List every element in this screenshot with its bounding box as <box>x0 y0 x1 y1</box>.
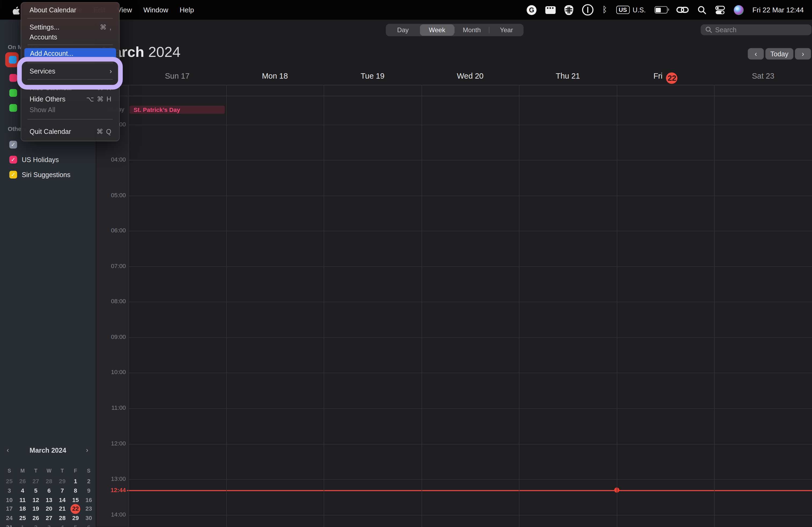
day-header-wed[interactable]: Wed 20 <box>429 71 512 80</box>
mini-date-cell[interactable]: 18 <box>16 505 29 514</box>
handoff-links-icon[interactable] <box>677 4 689 15</box>
current-time-line <box>127 490 812 491</box>
mini-date-cell[interactable]: 17 <box>3 505 16 514</box>
mini-weekday-label: W <box>43 468 55 473</box>
calendar-checkbox-siri[interactable]: ✓ <box>10 171 17 178</box>
prev-week-button[interactable]: ‹ <box>748 48 764 59</box>
mini-date-cell[interactable]: 13 <box>43 496 55 505</box>
battery-icon[interactable] <box>655 4 668 15</box>
mini-date-cell[interactable]: 22 <box>69 505 82 514</box>
bluetooth-icon[interactable]: ᛒ <box>602 4 607 15</box>
menu-item-quit-calendar[interactable]: Quit Calendar⌘ Q <box>24 127 117 137</box>
calendar-row-selected[interactable] <box>5 52 18 67</box>
mini-date-cell[interactable]: 30 <box>83 514 95 523</box>
mini-date-cell[interactable]: 3 <box>3 486 16 495</box>
calendar-checkbox-blue[interactable] <box>9 56 17 64</box>
menubar-item-window[interactable]: Window <box>138 4 174 15</box>
siri-suggestions-label: Siri Suggestions <box>22 171 70 178</box>
grammarly-status-icon[interactable]: G <box>526 4 536 15</box>
mini-date-cell[interactable]: 25 <box>16 514 29 523</box>
mini-date-cell[interactable]: 7 <box>56 486 69 495</box>
mini-date-cell[interactable]: 26 <box>30 514 42 523</box>
mini-date-cell[interactable]: 27 <box>43 514 55 523</box>
mini-date-cell[interactable]: 6 <box>83 523 95 527</box>
day-header-thu[interactable]: Thu 21 <box>526 71 610 80</box>
event-st-patricks-day[interactable]: St. Patrick’s Day <box>129 105 225 114</box>
keypad-shield-icon[interactable] <box>564 4 573 15</box>
mini-date-cell[interactable]: 21 <box>56 505 69 514</box>
mini-date-cell[interactable]: 28 <box>43 477 55 486</box>
day-header-sat[interactable]: Sat 23 <box>722 71 805 80</box>
mini-date-cell[interactable]: 9 <box>83 486 95 495</box>
menu-item-accounts[interactable]: Accounts <box>24 32 117 43</box>
menu-item-show-all[interactable]: Show All <box>24 105 117 115</box>
calendar-row-us-holidays[interactable]: ✓ US Holidays <box>10 156 59 163</box>
day-header-mon[interactable]: Mon 18 <box>233 71 316 80</box>
day-header-tue[interactable]: Tue 19 <box>331 71 414 80</box>
tab-month[interactable]: Month <box>454 24 489 36</box>
mini-date-cell[interactable]: 19 <box>30 505 42 514</box>
calendar-checkbox-gray[interactable]: ✓ <box>10 141 17 149</box>
tab-day[interactable]: Day <box>386 24 420 36</box>
mini-date-cell[interactable]: 24 <box>3 514 16 523</box>
search-field[interactable]: Search <box>700 25 811 35</box>
mini-date-cell[interactable]: 4 <box>16 486 29 495</box>
calendar-row[interactable] <box>10 74 17 82</box>
today-button[interactable]: Today <box>765 48 793 59</box>
mini-next-month-button[interactable]: › <box>86 446 88 454</box>
mini-date-cell[interactable]: 29 <box>56 477 69 486</box>
window-manager-icon[interactable] <box>545 4 556 15</box>
siri-icon[interactable] <box>734 4 744 15</box>
tab-week[interactable]: Week <box>420 25 454 36</box>
search-icon <box>706 26 712 33</box>
menubar-clock[interactable]: Fri 22 Mar 12:44 <box>752 6 804 14</box>
hour-label-13:00: 13:00 <box>97 476 126 482</box>
mini-date-cell[interactable]: 11 <box>16 496 29 505</box>
calendar-row-birthdays[interactable]: ✓ <box>10 141 17 149</box>
mini-date-cell[interactable]: 16 <box>83 496 95 505</box>
mini-date-cell[interactable]: 12 <box>30 496 42 505</box>
mini-date-cell[interactable]: 25 <box>3 477 16 486</box>
week-grid[interactable] <box>128 85 812 527</box>
mini-date-cell[interactable]: 5 <box>30 486 42 495</box>
hour-gridline <box>128 408 812 409</box>
mini-date-cell[interactable]: 10 <box>3 496 16 505</box>
calendar-checkbox-pink[interactable] <box>10 74 17 82</box>
calendar-checkbox-green-2[interactable] <box>10 104 17 112</box>
mini-date-cell[interactable]: 14 <box>56 496 69 505</box>
mini-date-cell[interactable]: 20 <box>43 505 55 514</box>
calendar-row[interactable] <box>10 104 17 112</box>
day-header-fri[interactable]: Fri 22 <box>624 71 707 84</box>
mini-date-cell[interactable]: 27 <box>30 477 42 486</box>
tab-year[interactable]: Year <box>489 24 523 36</box>
one-password-icon[interactable] <box>582 4 593 15</box>
calendar-row-siri-suggestions[interactable]: ✓ Siri Suggestions <box>10 171 70 178</box>
mini-date-cell[interactable]: 31 <box>3 523 16 527</box>
day-header-sun[interactable]: Sun 17 <box>136 71 219 80</box>
calendar-checkbox-green[interactable] <box>10 89 17 97</box>
mini-date-cell[interactable]: 2 <box>83 477 95 486</box>
input-source[interactable]: US U.S. <box>616 4 646 15</box>
mini-date-cell[interactable]: 1 <box>69 477 82 486</box>
next-week-button[interactable]: › <box>795 48 811 59</box>
mini-date-cell[interactable]: 8 <box>69 486 82 495</box>
mini-date-cell[interactable]: 28 <box>56 514 69 523</box>
calendar-checkbox-us-holidays[interactable]: ✓ <box>10 156 17 163</box>
control-center-icon[interactable] <box>715 4 725 15</box>
menubar-item-help[interactable]: Help <box>174 4 200 15</box>
mini-date-cell[interactable]: 23 <box>83 505 95 514</box>
mini-date-cell[interactable]: 15 <box>69 496 82 505</box>
mini-date-cell[interactable]: 29 <box>69 514 82 523</box>
spotlight-search-icon[interactable] <box>698 4 707 15</box>
menu-item-settings[interactable]: Settings...⌘ , <box>24 22 117 33</box>
calendar-row[interactable] <box>10 89 17 97</box>
mini-date-cell[interactable]: 6 <box>43 486 55 495</box>
mini-date-cell[interactable]: 2 <box>30 523 42 527</box>
mini-date-cell[interactable]: 5 <box>69 523 82 527</box>
mini-date-cell[interactable]: 3 <box>43 523 55 527</box>
mini-date-cell[interactable]: 4 <box>56 523 69 527</box>
menu-item-hide-others[interactable]: Hide Others⌥ ⌘ H <box>24 94 117 104</box>
mini-date-cell[interactable]: 26 <box>16 477 29 486</box>
menu-item-about-calendar[interactable]: About Calendar <box>24 5 117 16</box>
mini-date-cell[interactable]: 1 <box>16 523 29 527</box>
